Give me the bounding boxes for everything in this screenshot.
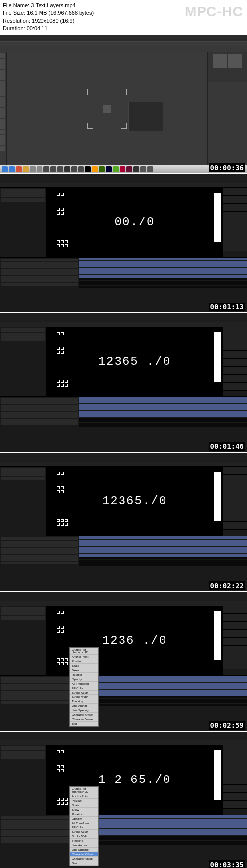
timeline-layer[interactable] bbox=[1, 544, 78, 547]
menu-bar[interactable] bbox=[0, 458, 247, 462]
panel-section[interactable] bbox=[223, 793, 247, 801]
timeline-layer[interactable] bbox=[1, 408, 78, 411]
project-item[interactable] bbox=[1, 468, 45, 472]
context-menu-item[interactable]: Character Offset bbox=[70, 713, 98, 717]
panel-section[interactable] bbox=[223, 212, 247, 219]
panel-section[interactable] bbox=[223, 506, 247, 514]
panel-section[interactable] bbox=[223, 243, 247, 251]
project-item[interactable] bbox=[1, 333, 45, 337]
toolbar[interactable] bbox=[0, 183, 247, 188]
timeline-tracks[interactable] bbox=[79, 676, 247, 725]
panel-section[interactable] bbox=[223, 777, 247, 785]
context-menu-item[interactable]: Skew bbox=[70, 808, 98, 812]
dock-app-icon[interactable] bbox=[57, 166, 63, 172]
timeline-layer[interactable] bbox=[1, 262, 78, 265]
tool-button[interactable] bbox=[0, 130, 5, 134]
dock-app-icon[interactable] bbox=[78, 166, 84, 172]
timeline-track[interactable] bbox=[79, 679, 247, 682]
timeline-layer[interactable] bbox=[1, 548, 78, 551]
dock-app-icon[interactable] bbox=[113, 166, 119, 172]
timeline-layer[interactable] bbox=[1, 541, 78, 544]
timeline-layer[interactable] bbox=[1, 694, 78, 697]
context-menu-item[interactable]: Line Spacing bbox=[70, 848, 98, 852]
context-menu-item[interactable]: Character Value bbox=[70, 857, 98, 861]
timeline-layer[interactable] bbox=[1, 680, 78, 683]
context-menu-item[interactable]: Opacity bbox=[70, 677, 98, 682]
context-menu-item[interactable]: Stroke Color bbox=[70, 830, 98, 834]
toolbar[interactable] bbox=[0, 322, 247, 327]
context-menu-item[interactable]: Tracking bbox=[70, 839, 98, 843]
tool-button[interactable] bbox=[0, 102, 5, 107]
dock-app-icon[interactable] bbox=[43, 166, 49, 172]
panel-section[interactable] bbox=[223, 327, 247, 335]
timeline-layer[interactable] bbox=[1, 562, 78, 564]
tool-button[interactable] bbox=[0, 97, 5, 102]
panel-section[interactable] bbox=[223, 638, 247, 646]
timeline-layer[interactable] bbox=[1, 820, 78, 823]
tool-button[interactable] bbox=[0, 91, 5, 96]
dock-app-icon[interactable] bbox=[126, 166, 132, 172]
timeline-track[interactable] bbox=[79, 825, 247, 828]
composition-viewer[interactable]: 00./0 bbox=[47, 188, 222, 257]
context-menu-item[interactable]: Rotation bbox=[70, 673, 98, 677]
panel-section[interactable] bbox=[223, 769, 247, 777]
project-item[interactable] bbox=[1, 751, 45, 755]
dock-app-icon[interactable] bbox=[99, 166, 105, 172]
menu-bar[interactable] bbox=[0, 597, 247, 601]
dock-app-icon[interactable] bbox=[133, 166, 139, 172]
timeline-layer[interactable] bbox=[1, 830, 78, 833]
timeline-track[interactable] bbox=[79, 832, 247, 835]
canvas-area[interactable] bbox=[7, 52, 207, 165]
floating-layers-panel[interactable] bbox=[128, 102, 163, 131]
context-menu-item[interactable]: Fill Color bbox=[70, 686, 98, 691]
timeline-track[interactable] bbox=[79, 264, 247, 267]
timeline-layer[interactable] bbox=[1, 415, 78, 418]
dock-app-icon[interactable] bbox=[147, 166, 153, 172]
timeline-track[interactable] bbox=[79, 404, 247, 407]
timeline-layer[interactable] bbox=[1, 837, 78, 840]
panel-section[interactable] bbox=[223, 375, 247, 383]
context-menu-item[interactable]: Line Anchor bbox=[70, 704, 98, 708]
panel-section[interactable] bbox=[223, 188, 247, 196]
dock-app-icon[interactable] bbox=[2, 166, 8, 172]
timeline-layer[interactable] bbox=[1, 826, 78, 829]
timeline-track[interactable] bbox=[79, 822, 247, 825]
timeline-track[interactable] bbox=[79, 547, 247, 550]
panel-section[interactable] bbox=[223, 196, 247, 204]
timeline-layer[interactable] bbox=[1, 840, 78, 843]
context-menu-item[interactable]: Enable Per-character 3D bbox=[70, 787, 98, 794]
timeline-track[interactable] bbox=[79, 550, 247, 553]
color-swatch[interactable] bbox=[213, 54, 227, 68]
timeline-layer[interactable] bbox=[1, 833, 78, 836]
toolbar[interactable] bbox=[0, 462, 247, 467]
project-item[interactable] bbox=[1, 607, 45, 611]
timeline-layer[interactable] bbox=[1, 701, 78, 704]
timeline-layer[interactable] bbox=[1, 677, 78, 680]
timeline-track[interactable] bbox=[79, 676, 247, 679]
context-menu-item[interactable]: Scale bbox=[70, 664, 98, 668]
context-menu-item[interactable]: All Transform bbox=[70, 821, 98, 825]
tool-button[interactable] bbox=[0, 81, 5, 86]
project-item[interactable] bbox=[1, 472, 45, 476]
timeline-layer[interactable] bbox=[1, 551, 78, 554]
panel-section[interactable] bbox=[223, 367, 247, 375]
timeline-track[interactable] bbox=[79, 540, 247, 543]
panel-section[interactable] bbox=[223, 646, 247, 653]
timeline-track[interactable] bbox=[79, 397, 247, 400]
timeline-layer[interactable] bbox=[1, 422, 78, 425]
timeline-layer[interactable] bbox=[1, 279, 78, 282]
dock-app-icon[interactable] bbox=[71, 166, 77, 172]
context-menu-item[interactable]: Blur bbox=[70, 861, 98, 866]
toolbar[interactable] bbox=[0, 740, 247, 745]
tool-button[interactable] bbox=[0, 64, 5, 69]
tool-button[interactable] bbox=[0, 86, 5, 91]
context-menu-item[interactable]: Character Offset bbox=[70, 852, 98, 857]
context-menu-item[interactable]: Position bbox=[70, 799, 98, 803]
tool-button[interactable] bbox=[0, 140, 5, 145]
timeline-layer[interactable] bbox=[1, 537, 78, 540]
context-menu-item[interactable]: Blur bbox=[70, 722, 98, 726]
panel-section[interactable] bbox=[223, 498, 247, 506]
timeline-layer[interactable] bbox=[1, 412, 78, 415]
timeline-track[interactable] bbox=[79, 686, 247, 689]
panel-section[interactable] bbox=[223, 204, 247, 212]
